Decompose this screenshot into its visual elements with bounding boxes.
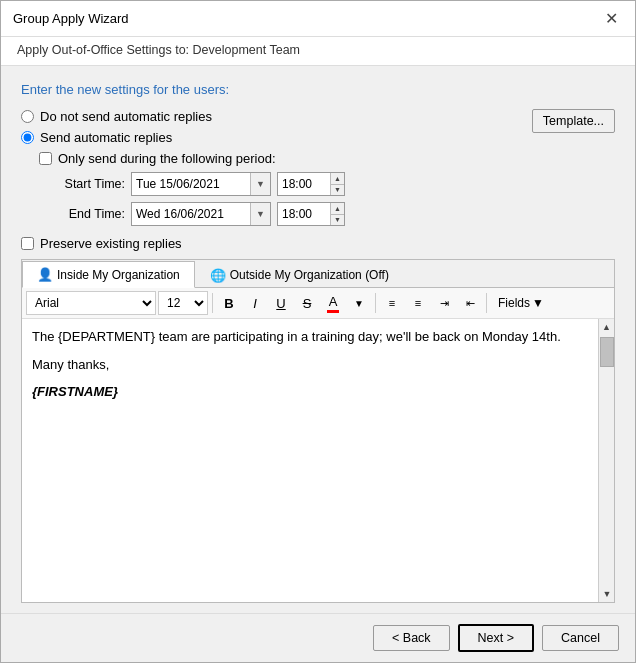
editor-text: The {DEPARTMENT} team are participating … xyxy=(32,327,588,402)
only-period-row: Only send during the following period: xyxy=(39,151,532,166)
end-date-value: Wed 16/06/2021 xyxy=(132,207,250,221)
inside-icon: 👤 xyxy=(37,267,53,282)
editor-line-1: The {DEPARTMENT} team are participating … xyxy=(32,327,588,347)
toolbar-sep-2 xyxy=(375,293,376,313)
close-button[interactable]: ✕ xyxy=(599,7,623,31)
end-time-value: 18:00 xyxy=(278,207,330,221)
start-time-spinner[interactable]: 18:00 ▲ ▼ xyxy=(277,172,345,196)
template-btn-area: Template... xyxy=(532,109,615,133)
next-button[interactable]: Next > xyxy=(458,624,534,652)
editor-line-3: {FIRSTNAME} xyxy=(32,382,588,402)
section-heading: Enter the new settings for the users: xyxy=(21,82,615,97)
editor-line-2: Many thanks, xyxy=(32,355,588,375)
indent-button[interactable]: ⇥ xyxy=(432,291,456,315)
only-period-checkbox[interactable] xyxy=(39,152,52,165)
unordered-list-button[interactable]: ≡ xyxy=(380,291,404,315)
highlight2-button[interactable]: ▼ xyxy=(347,291,371,315)
scroll-up-arrow[interactable]: ▲ xyxy=(599,319,615,335)
editor-toolbar: Arial 12 B I U S A ▼ ≡ xyxy=(22,288,614,319)
firstname-field: {FIRSTNAME} xyxy=(32,384,118,399)
subtitle-bar: Apply Out-of-Office Settings to: Develop… xyxy=(1,37,635,66)
end-time-up[interactable]: ▲ xyxy=(331,203,344,215)
end-time-arrows: ▲ ▼ xyxy=(330,203,344,225)
editor-content[interactable]: The {DEPARTMENT} team are participating … xyxy=(22,319,598,602)
end-time-label: End Time: xyxy=(57,207,125,221)
strikethrough-button[interactable]: S xyxy=(295,291,319,315)
color-bar xyxy=(327,310,339,313)
dialog: Group Apply Wizard ✕ Apply Out-of-Office… xyxy=(0,0,636,663)
outdent-button[interactable]: ⇤ xyxy=(458,291,482,315)
outside-icon: 🌐 xyxy=(210,268,226,283)
start-date-value: Tue 15/06/2021 xyxy=(132,177,250,191)
start-date-select[interactable]: Tue 15/06/2021 ▼ xyxy=(131,172,271,196)
tab-bar: 👤 Inside My Organization 🌐 Outside My Or… xyxy=(22,260,614,288)
scroll-thumb[interactable] xyxy=(600,337,614,367)
back-button[interactable]: < Back xyxy=(373,625,450,651)
send-automatic-row: Send automatic replies xyxy=(21,130,532,145)
end-date-arrow[interactable]: ▼ xyxy=(250,203,270,225)
template-button[interactable]: Template... xyxy=(532,109,615,133)
cancel-button[interactable]: Cancel xyxy=(542,625,619,651)
bold-button[interactable]: B xyxy=(217,291,241,315)
start-time-down[interactable]: ▼ xyxy=(331,185,344,196)
editor-panel: 👤 Inside My Organization 🌐 Outside My Or… xyxy=(21,259,615,603)
no-automatic-row: Do not send automatic replies xyxy=(21,109,532,124)
preserve-row: Preserve existing replies xyxy=(21,236,615,251)
fields-button[interactable]: Fields ▼ xyxy=(491,293,551,313)
start-time-up[interactable]: ▲ xyxy=(331,173,344,185)
left-settings: Do not send automatic replies Send autom… xyxy=(21,109,532,232)
editor-scroll-area: The {DEPARTMENT} team are participating … xyxy=(22,319,614,602)
font-select[interactable]: Arial xyxy=(26,291,156,315)
tab-inside[interactable]: 👤 Inside My Organization xyxy=(22,261,195,288)
preserve-label: Preserve existing replies xyxy=(40,236,182,251)
highlight-icon: A xyxy=(327,294,339,313)
only-period-label: Only send during the following period: xyxy=(58,151,276,166)
send-automatic-radio[interactable] xyxy=(21,131,34,144)
send-automatic-label: Send automatic replies xyxy=(40,130,172,145)
size-select[interactable]: 12 xyxy=(158,291,208,315)
end-time-spinner[interactable]: 18:00 ▲ ▼ xyxy=(277,202,345,226)
underline-button[interactable]: U xyxy=(269,291,293,315)
editor-scrollbar[interactable]: ▲ ▼ xyxy=(598,319,614,602)
toolbar-sep-1 xyxy=(212,293,213,313)
subtitle-text: Apply Out-of-Office Settings to: Develop… xyxy=(17,43,300,57)
end-time-row: End Time: Wed 16/06/2021 ▼ 18:00 ▲ ▼ xyxy=(57,202,532,226)
dialog-title: Group Apply Wizard xyxy=(13,11,129,26)
italic-button[interactable]: I xyxy=(243,291,267,315)
content-area: Enter the new settings for the users: Do… xyxy=(1,66,635,613)
start-time-row: Start Time: Tue 15/06/2021 ▼ 18:00 ▲ ▼ xyxy=(57,172,532,196)
top-section: Do not send automatic replies Send autom… xyxy=(21,109,615,232)
start-time-arrows: ▲ ▼ xyxy=(330,173,344,195)
start-date-arrow[interactable]: ▼ xyxy=(250,173,270,195)
highlight-button[interactable]: A xyxy=(321,291,345,315)
scroll-down-arrow[interactable]: ▼ xyxy=(599,586,614,602)
dialog-footer: < Back Next > Cancel xyxy=(1,613,635,662)
start-time-label: Start Time: xyxy=(57,177,125,191)
ordered-list-button[interactable]: ≡ xyxy=(406,291,430,315)
no-automatic-label: Do not send automatic replies xyxy=(40,109,212,124)
start-time-value: 18:00 xyxy=(278,177,330,191)
tab-inside-label: Inside My Organization xyxy=(57,268,180,282)
toolbar-sep-3 xyxy=(486,293,487,313)
fields-arrow: ▼ xyxy=(532,296,544,310)
preserve-checkbox[interactable] xyxy=(21,237,34,250)
tab-outside-label: Outside My Organization (Off) xyxy=(230,268,389,282)
title-bar: Group Apply Wizard ✕ xyxy=(1,1,635,37)
fields-label: Fields xyxy=(498,296,530,310)
end-time-down[interactable]: ▼ xyxy=(331,215,344,226)
end-date-select[interactable]: Wed 16/06/2021 ▼ xyxy=(131,202,271,226)
tab-outside[interactable]: 🌐 Outside My Organization (Off) xyxy=(195,261,404,288)
no-automatic-radio[interactable] xyxy=(21,110,34,123)
